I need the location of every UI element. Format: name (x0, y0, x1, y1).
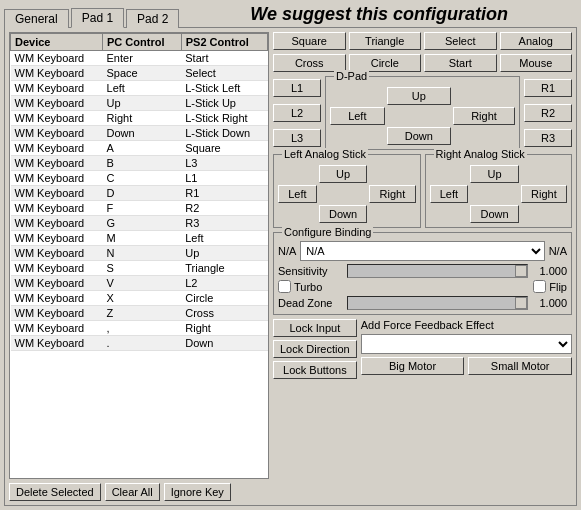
table-row[interactable]: WM KeyboardBL3 (11, 156, 268, 171)
table-row[interactable]: WM KeyboardFR2 (11, 201, 268, 216)
r-buttons: R1 R2 R3 (524, 76, 572, 150)
dpad-label: D-Pad (334, 70, 369, 82)
dpad-section: D-Pad Up Left Right Down (325, 76, 520, 150)
left-analog-section: Left Analog Stick Up Left Right Down (273, 154, 421, 228)
configure-right-value: N/A (549, 245, 567, 257)
small-motor-button[interactable]: Small Motor (468, 357, 572, 375)
ps2-buttons-row2: Cross Circle Start Mouse (273, 54, 572, 72)
table-row[interactable]: WM KeyboardNUp (11, 246, 268, 261)
clear-all-button[interactable]: Clear All (105, 483, 160, 501)
flip-checkbox[interactable] (533, 280, 546, 293)
left-analog-down-button[interactable]: Down (319, 205, 368, 223)
feedback-buttons: Big Motor Small Motor (361, 357, 572, 375)
right-analog-label: Right Analog Stick (434, 148, 527, 160)
bindings-table: Device PC Control PS2 Control WM Keyboar… (10, 33, 268, 351)
r2-button[interactable]: R2 (524, 104, 572, 122)
dpad-down-button[interactable]: Down (387, 127, 451, 145)
main-container: General Pad 1 Pad 2 We suggest this conf… (0, 0, 581, 510)
table-row[interactable]: WM KeyboardDownL-Stick Down (11, 126, 268, 141)
configure-label: Configure Binding (282, 226, 373, 238)
col-ps2-control: PS2 Control (181, 34, 267, 51)
turbo-checkbox[interactable] (278, 280, 291, 293)
lock-section: Lock Input Lock Direction Lock Buttons (273, 319, 357, 379)
r3-button[interactable]: R3 (524, 129, 572, 147)
deadzone-label: Dead Zone (278, 297, 343, 309)
l-buttons: L1 L2 L3 (273, 76, 321, 150)
bottom-right-area: Lock Input Lock Direction Lock Buttons A… (273, 319, 572, 379)
dpad-right-button[interactable]: Right (453, 107, 515, 125)
start-button[interactable]: Start (424, 54, 497, 72)
table-row[interactable]: WM KeyboardASquare (11, 141, 268, 156)
left-analog-label: Left Analog Stick (282, 148, 368, 160)
configure-section: Configure Binding N/A N/A N/A Sensitivit… (273, 232, 572, 315)
feedback-select[interactable] (361, 334, 572, 354)
table-row[interactable]: WM KeyboardUpL-Stick Up (11, 96, 268, 111)
sensitivity-value: 1.000 (532, 265, 567, 277)
tab-pad2[interactable]: Pad 2 (126, 9, 179, 28)
table-row[interactable]: WM KeyboardDR1 (11, 186, 268, 201)
right-panel: Square Triangle Select Analog Cross Circ… (273, 32, 572, 501)
select-button[interactable]: Select (424, 32, 497, 50)
table-row[interactable]: WM KeyboardSTriangle (11, 261, 268, 276)
lock-input-button[interactable]: Lock Input (273, 319, 357, 337)
lock-direction-button[interactable]: Lock Direction (273, 340, 357, 358)
deadzone-value: 1.000 (532, 297, 567, 309)
analog-button[interactable]: Analog (500, 32, 573, 50)
turbo-label: Turbo (294, 281, 322, 293)
dpad-up-button[interactable]: Up (387, 87, 451, 105)
table-row[interactable]: WM KeyboardEnterStart (11, 51, 268, 66)
table-row[interactable]: WM KeyboardXCircle (11, 291, 268, 306)
device-table: Device PC Control PS2 Control WM Keyboar… (9, 32, 269, 479)
ps2-buttons-row1: Square Triangle Select Analog (273, 32, 572, 50)
right-analog-up-button[interactable]: Up (470, 165, 519, 183)
left-panel: Device PC Control PS2 Control WM Keyboar… (9, 32, 269, 501)
deadzone-slider[interactable] (347, 296, 528, 310)
content-area: Device PC Control PS2 Control WM Keyboar… (4, 27, 577, 506)
tab-general[interactable]: General (4, 9, 69, 28)
feedback-section: Add Force Feedback Effect Big Motor Smal… (361, 319, 572, 379)
ignore-key-button[interactable]: Ignore Key (164, 483, 231, 501)
table-row[interactable]: WM KeyboardSpaceSelect (11, 66, 268, 81)
table-row[interactable]: WM KeyboardVL2 (11, 276, 268, 291)
tabs-bar: General Pad 1 Pad 2 We suggest this conf… (0, 0, 581, 27)
right-analog-section: Right Analog Stick Up Left Right Down (425, 154, 573, 228)
l2-button[interactable]: L2 (273, 104, 321, 122)
col-pc-control: PC Control (103, 34, 182, 51)
configure-middle-select[interactable]: N/A (300, 241, 544, 261)
table-row[interactable]: WM KeyboardMLeft (11, 231, 268, 246)
mouse-button[interactable]: Mouse (500, 54, 573, 72)
lock-buttons-button[interactable]: Lock Buttons (273, 361, 357, 379)
right-analog-left-button[interactable]: Left (430, 185, 469, 203)
table-row[interactable]: WM KeyboardZCross (11, 306, 268, 321)
table-row[interactable]: WM KeyboardGR3 (11, 216, 268, 231)
r1-button[interactable]: R1 (524, 79, 572, 97)
table-row[interactable]: WM Keyboard,Right (11, 321, 268, 336)
table-row[interactable]: WM KeyboardCL1 (11, 171, 268, 186)
right-analog-right-button[interactable]: Right (521, 185, 567, 203)
right-analog-down-button[interactable]: Down (470, 205, 519, 223)
sensitivity-label: Sensitivity (278, 265, 343, 277)
l1-button[interactable]: L1 (273, 79, 321, 97)
table-row[interactable]: WM Keyboard.Down (11, 336, 268, 351)
l3-button[interactable]: L3 (273, 129, 321, 147)
table-row[interactable]: WM KeyboardLeftL-Stick Left (11, 81, 268, 96)
triangle-button[interactable]: Triangle (349, 32, 422, 50)
flip-label: Flip (549, 281, 567, 293)
big-motor-button[interactable]: Big Motor (361, 357, 465, 375)
feedback-label: Add Force Feedback Effect (361, 319, 572, 331)
sensitivity-slider[interactable] (347, 264, 528, 278)
tab-pad1[interactable]: Pad 1 (71, 8, 124, 28)
table-row[interactable]: WM KeyboardRightL-Stick Right (11, 111, 268, 126)
bottom-buttons: Delete Selected Clear All Ignore Key (9, 483, 269, 501)
left-analog-left-button[interactable]: Left (278, 185, 317, 203)
col-device: Device (11, 34, 103, 51)
configure-left-value: N/A (278, 245, 296, 257)
left-analog-up-button[interactable]: Up (319, 165, 368, 183)
delete-selected-button[interactable]: Delete Selected (9, 483, 101, 501)
dpad-left-button[interactable]: Left (330, 107, 385, 125)
left-analog-right-button[interactable]: Right (369, 185, 415, 203)
square-button[interactable]: Square (273, 32, 346, 50)
page-title: We suggest this configuration (181, 4, 577, 27)
